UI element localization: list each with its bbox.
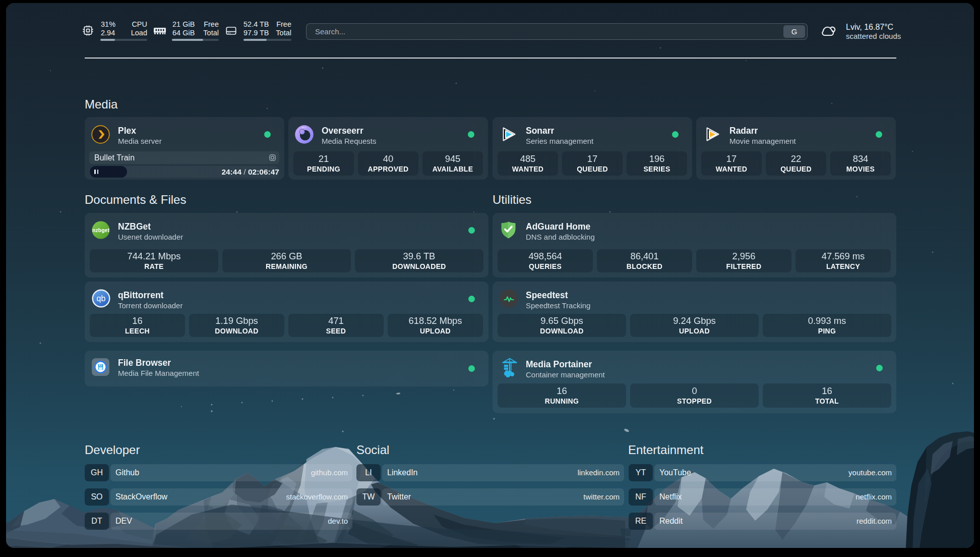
svg-text:qb: qb <box>97 294 106 303</box>
svg-text:nzbget: nzbget <box>92 227 109 233</box>
